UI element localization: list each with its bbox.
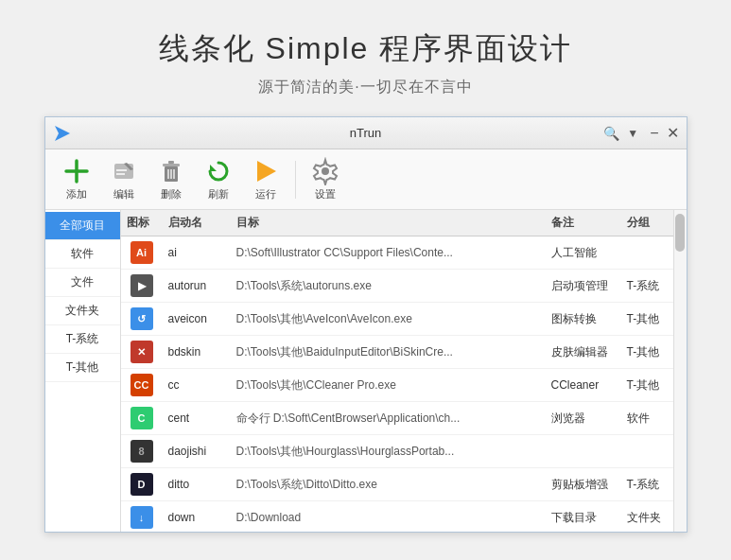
row-name: daojishi (163, 440, 231, 463)
row-note: 剪贴板增强 (546, 472, 621, 498)
title-bar-controls: 🔍 ▼ − ✕ (603, 124, 678, 142)
table-row[interactable]: CCccD:\Tools\其他\CCleaner Pro.exeCCleaner… (121, 369, 673, 402)
table-row[interactable]: ↓downD:\Download下载目录文件夹 (121, 501, 673, 532)
page-subtitle: 源于简洁的美·一切尽在不言中 (258, 78, 472, 97)
toolbar: 添加 编辑 (45, 149, 687, 210)
row-group (621, 446, 673, 456)
row-icon: D (131, 473, 153, 496)
header-icon: 图标 (121, 210, 163, 236)
run-icon (252, 157, 280, 185)
svg-marker-13 (210, 165, 217, 171)
table-row[interactable]: AiaiD:\Soft\Illustrator CC\Support Files… (121, 236, 673, 270)
sidebar-item-software[interactable]: 软件 (45, 240, 120, 269)
table-row[interactable]: ✕bdskinD:\Tools\其他\BaiduInputEditor\BiSk… (121, 336, 673, 369)
minimize-button[interactable]: − (650, 125, 658, 142)
scroll-thumb[interactable] (675, 214, 685, 252)
sidebar-item-all[interactable]: 全部项目 (45, 212, 120, 240)
sidebar-item-file[interactable]: 文件 (45, 269, 120, 297)
app-window: nTrun 🔍 ▼ − ✕ 添加 (44, 116, 687, 533)
edit-icon (110, 157, 138, 185)
row-group: T-系统 (621, 472, 673, 498)
row-note: 浏览器 (546, 406, 621, 431)
sidebar: 全部项目 软件 文件 文件夹 T-系统 T-其他 (45, 210, 121, 532)
header-name: 启动名 (163, 210, 231, 236)
delete-button[interactable]: 删除 (149, 153, 193, 205)
row-group: T-系统 (621, 273, 673, 299)
row-target: D:\Soft\Illustrator CC\Support Files\Con… (231, 241, 546, 264)
row-target: D:\Tools\系统\Ditto\Ditto.exe (231, 472, 546, 498)
row-group: 软件 (621, 406, 673, 431)
sidebar-item-tother[interactable]: T-其他 (45, 354, 120, 382)
svg-rect-9 (168, 161, 174, 164)
row-target: D:\Tools\其他\CCleaner Pro.exe (231, 373, 546, 398)
search-icon[interactable]: 🔍 (603, 126, 619, 141)
title-bar: nTrun 🔍 ▼ − ✕ (45, 117, 687, 149)
header-note: 备注 (546, 210, 621, 236)
main-table: 图标 启动名 目标 备注 分组 AiaiD:\Soft\Illustrator … (121, 210, 673, 532)
row-note: 人工智能 (546, 240, 621, 266)
row-name: bdskin (163, 341, 231, 363)
table-row[interactable]: Ccent命令行 D:\Soft\CentBrowser\Application… (121, 402, 673, 435)
header-group: 分组 (621, 210, 673, 236)
row-icon: CC (131, 374, 153, 396)
edit-button[interactable]: 编辑 (102, 153, 146, 205)
page-title: 线条化 Simple 程序界面设计 (159, 28, 573, 70)
row-group (621, 248, 673, 257)
sidebar-item-folder[interactable]: 文件夹 (45, 297, 120, 325)
row-icon: 8 (131, 440, 153, 463)
add-button[interactable]: 添加 (55, 153, 98, 205)
title-bar-text: nTrun (350, 126, 381, 140)
row-note: CCleaner (546, 374, 621, 396)
title-bar-left (53, 124, 72, 143)
svg-marker-14 (257, 161, 276, 182)
settings-icon (311, 157, 339, 185)
row-name: ditto (163, 473, 231, 496)
close-button[interactable]: ✕ (667, 124, 679, 142)
row-note (546, 446, 621, 456)
scrollbar[interactable] (673, 210, 687, 532)
svg-rect-3 (114, 164, 133, 179)
refresh-icon (204, 157, 233, 185)
row-target: D:\Tools\系统\autoruns.exe (231, 273, 546, 299)
row-icon: Ai (131, 241, 153, 264)
row-group: T-其他 (621, 306, 673, 332)
refresh-button[interactable]: 刷新 (197, 153, 240, 205)
row-name: aveicon (163, 307, 231, 330)
row-name: cc (163, 374, 231, 396)
add-icon (62, 157, 91, 185)
row-name: cent (163, 407, 231, 429)
svg-rect-8 (163, 164, 180, 166)
svg-marker-0 (55, 126, 70, 141)
table-row[interactable]: ▶autorunD:\Tools\系统\autoruns.exe启动项管理T-系… (121, 270, 673, 303)
svg-point-15 (322, 167, 329, 175)
row-group: T-其他 (621, 373, 673, 398)
settings-button[interactable]: 设置 (304, 153, 347, 205)
row-name: down (163, 506, 231, 529)
row-name: ai (163, 241, 231, 264)
row-note: 皮肤编辑器 (546, 340, 621, 365)
row-target: 命令行 D:\Soft\CentBrowser\Application\ch..… (231, 406, 546, 431)
row-target: D:\Tools\其他\AveIcon\AveIcon.exe (231, 306, 546, 332)
row-target: D:\Tools\其他\BaiduInputEditor\BiSkinCre..… (231, 340, 546, 365)
app-icon (53, 124, 72, 143)
dropdown-icon[interactable]: ▼ (627, 127, 638, 140)
row-icon: ↓ (131, 506, 153, 529)
content-area: 全部项目 软件 文件 文件夹 T-系统 T-其他 图标 启动名 目标 备注 分组… (45, 210, 687, 532)
row-target: D:\Tools\其他\Hourglass\HourglassPortab... (231, 439, 546, 464)
row-name: autorun (163, 274, 231, 297)
row-group: T-其他 (621, 340, 673, 365)
row-group: 文件夹 (621, 505, 673, 531)
row-icon: ✕ (131, 341, 153, 363)
row-target: D:\Download (231, 506, 546, 529)
table-row[interactable]: ↺aveiconD:\Tools\其他\AveIcon\AveIcon.exe图… (121, 303, 673, 336)
table-body: AiaiD:\Soft\Illustrator CC\Support Files… (121, 236, 673, 532)
row-note: 启动项管理 (546, 273, 621, 299)
table-row[interactable]: 8daojishiD:\Tools\其他\Hourglass\Hourglass… (121, 435, 673, 468)
table-row[interactable]: DdittoD:\Tools\系统\Ditto\Ditto.exe剪贴板增强T-… (121, 468, 673, 501)
header-target: 目标 (231, 210, 546, 236)
toolbar-separator (295, 161, 296, 199)
row-icon: C (131, 407, 153, 429)
row-note: 下载目录 (546, 505, 621, 531)
run-button[interactable]: 运行 (244, 153, 287, 205)
sidebar-item-tsystem[interactable]: T-系统 (45, 325, 120, 354)
